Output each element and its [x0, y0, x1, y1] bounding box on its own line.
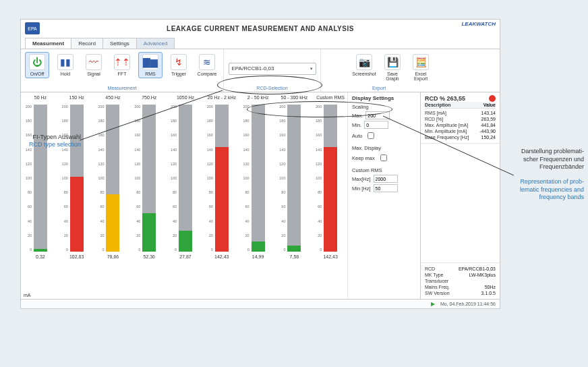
- bar-value: 78,66: [107, 254, 119, 259]
- bar-column: Custom RMS200180160140120100806040200142…: [314, 95, 347, 298]
- signal-icon: 〰: [86, 54, 102, 70]
- chevron-down-icon: ▾: [310, 66, 313, 72]
- bar-fill: [215, 147, 229, 252]
- bar-column: 20 Hz - 2 kHz200180160140120100806040200…: [205, 95, 239, 298]
- excelexport-label: Excel Export: [411, 72, 431, 81]
- rcd-type-dropdown[interactable]: EPA/RCCB1-0,03 ▾: [229, 63, 316, 75]
- ribbon-group-label: RCD-Selection: [256, 86, 287, 90]
- fft-icon: ⇡⇡: [114, 54, 130, 70]
- bar-fill: [287, 246, 301, 252]
- y-axis-ticks: 200180160140120100806040200: [132, 105, 140, 252]
- rms-icon: ▇▆: [142, 54, 158, 70]
- footer-row: RCDEPA/RCCB1-0,03: [425, 266, 496, 272]
- ribbon: ⏻On/Off▮▮Hold〰Signal⇡⇡FFT▇▆RMS↯Trigger≋C…: [21, 49, 500, 92]
- rcd-percent-title: RCD % 263,55: [425, 95, 465, 102]
- bar-column: 1050 Hz20018016014012010080604020027,87: [169, 95, 202, 298]
- display-settings-title: Display Settings: [352, 95, 416, 101]
- fft-button[interactable]: ⇡⇡FFT: [110, 52, 134, 78]
- bar-header: 1050 Hz: [177, 95, 194, 103]
- bar-header: 50 - 300 kHz: [281, 95, 308, 103]
- savegraph-icon: 💾: [384, 54, 401, 70]
- bar: [179, 105, 192, 252]
- hold-button[interactable]: ▮▮Hold: [53, 52, 78, 78]
- main-area: mA 50 Hz2001801601401201008060402000,321…: [21, 92, 500, 299]
- bar-column: 50 Hz2001801601401201008060402000,32: [24, 95, 57, 298]
- compare-icon: ≋: [199, 54, 215, 70]
- footer-row: SW Version3.1.0.5: [425, 290, 496, 296]
- scaling-label: Scaling: [352, 104, 416, 110]
- bar-fill: [142, 213, 156, 252]
- app-window: EPA LEAKAGE CURRENT MEASUREMENT AND ANAL…: [20, 19, 500, 309]
- trigger-label: Trigger: [171, 72, 186, 76]
- excelexport-icon: 🧮: [413, 54, 429, 70]
- bar-value: 27,87: [179, 254, 192, 259]
- rcd-type-value: EPA/RCCB1-0,03: [232, 65, 274, 72]
- tab-advanced[interactable]: Advanced: [136, 38, 175, 49]
- table-row: RMS [mA]143,14: [425, 110, 496, 116]
- bar-column: 2 - 50 kHz20018016014012010080604020014,…: [241, 95, 275, 298]
- bar-chart-area: mA 50 Hz2001801601401201008060402000,321…: [21, 92, 347, 299]
- min-input[interactable]: [364, 121, 388, 129]
- signal-button[interactable]: 〰Signal: [82, 52, 106, 78]
- title-bar: EPA LEAKAGE CURRENT MEASUREMENT AND ANAL…: [21, 20, 500, 37]
- bar: [324, 105, 337, 252]
- ribbon-group-label: Measurement: [25, 86, 219, 90]
- onoff-icon: ⏻: [29, 54, 45, 70]
- bar-value: 14,99: [252, 254, 264, 259]
- bar-header: 2 - 50 kHz: [247, 95, 269, 103]
- y-axis-ticks: 200180160140120100806040200: [60, 105, 68, 252]
- bar-fill: [70, 177, 84, 252]
- excelexport-button[interactable]: 🧮Excel Export: [409, 52, 433, 83]
- screenshot-button[interactable]: 📷Screenshot: [352, 52, 376, 78]
- tab-measurment[interactable]: Measurment: [25, 38, 71, 49]
- bar-value: 142,43: [323, 254, 337, 259]
- savegraph-button[interactable]: 💾Save Graph: [380, 52, 405, 83]
- bar-column: 750 Hz20018016014012010080604020052,36: [132, 95, 166, 298]
- min-label: Min.: [352, 122, 361, 128]
- y-axis-ticks: 200180160140120100806040200: [241, 105, 249, 252]
- status-dot-icon: [489, 95, 496, 102]
- footer-row: Mains Freq.50Hz: [425, 284, 496, 290]
- table-row: Min. Amplitude [mA]-443,90: [425, 128, 496, 134]
- table-head-value: Value: [483, 103, 496, 107]
- maxhz-input[interactable]: [374, 175, 398, 183]
- bar: [106, 105, 119, 252]
- bar-fill: [252, 242, 265, 252]
- keepmax-checkbox[interactable]: [380, 154, 387, 161]
- maxhz-label: Max[Hz]: [352, 176, 371, 182]
- bar-header: Custom RMS: [316, 95, 345, 103]
- compare-button[interactable]: ≋Compare: [195, 52, 219, 78]
- table-row: Max. Amplitude [mA]441,84: [425, 122, 496, 128]
- customrms-label: Custom RMS: [352, 167, 416, 173]
- bar-fill: [179, 231, 192, 252]
- status-bar: ▶ Mo, 04.Feb.2019 11:44:56: [21, 299, 500, 308]
- product-logo: LEAKWATCH: [461, 21, 496, 27]
- vendor-logo: EPA: [25, 22, 40, 34]
- hold-icon: ▮▮: [57, 54, 74, 70]
- y-axis-ticks: 200180160140120100806040200: [24, 105, 32, 252]
- onoff-button[interactable]: ⏻On/Off: [25, 52, 49, 78]
- onoff-label: On/Off: [30, 72, 45, 76]
- ribbon-group-label: Export: [325, 86, 433, 90]
- screenshot-icon: 📷: [356, 54, 372, 70]
- trigger-button[interactable]: ↯Trigger: [167, 52, 191, 78]
- screenshot-label: Screenshot: [352, 72, 376, 76]
- ribbon-group-rcd: EPA/RCCB1-0,03 ▾ RCD-Selection: [224, 49, 321, 92]
- max-input[interactable]: [365, 111, 390, 119]
- footer-row: Transducer: [425, 278, 496, 284]
- bar-fill: [106, 194, 119, 252]
- tab-settings[interactable]: Settings: [102, 38, 137, 49]
- ribbon-group-measurement: ⏻On/Off▮▮Hold〰Signal⇡⇡FFT▇▆RMS↯Trigger≋C…: [21, 49, 224, 92]
- minhz-input[interactable]: [374, 184, 398, 192]
- auto-checkbox[interactable]: [368, 132, 374, 139]
- bar-value: 142,43: [214, 254, 229, 259]
- y-axis-ticks: 200180160140120100806040200: [169, 105, 177, 252]
- hold-label: Hold: [61, 72, 70, 76]
- rcd-results-panel: RCD % 263,55 Description Value RMS [mA]1…: [420, 92, 500, 299]
- rms-button[interactable]: ▇▆RMS: [138, 52, 163, 78]
- keepmax-label: Keep max: [352, 155, 375, 161]
- tab-record[interactable]: Record: [71, 38, 103, 49]
- y-axis-unit: mA: [24, 293, 31, 298]
- maxdisplay-label: Max. Display: [352, 145, 416, 151]
- bar: [34, 105, 47, 252]
